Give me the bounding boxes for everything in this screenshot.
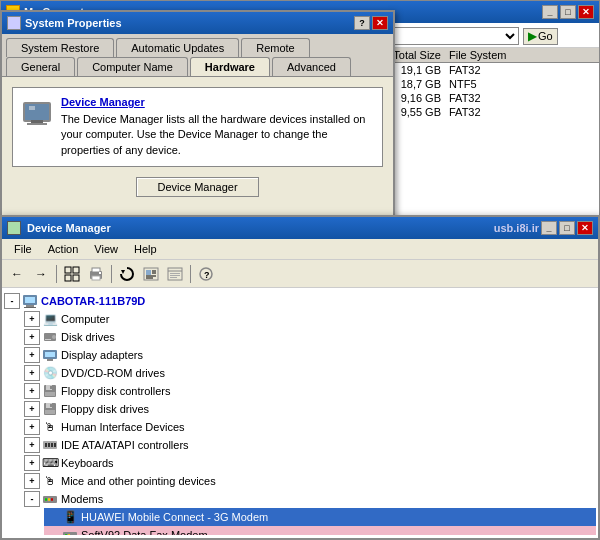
svg-rect-36 [47, 359, 53, 361]
dm-titlebar: Device Manager usb.i8i.ir _ □ ✕ [2, 217, 598, 239]
dialog-titlebar: System Properties ? ✕ [2, 12, 393, 34]
system-properties-dialog: System Properties ? ✕ System Restore Aut… [0, 10, 395, 220]
dm-close-button[interactable]: ✕ [577, 221, 593, 235]
svg-rect-11 [92, 276, 100, 280]
tree-item-dvd-cdrom[interactable]: + 💿 DVD/CD-ROM drives [24, 364, 596, 382]
disk-drives-icon [42, 329, 58, 345]
dialog-close-button[interactable]: ✕ [372, 16, 388, 30]
menu-help[interactable]: Help [126, 241, 165, 257]
svg-rect-44 [45, 410, 55, 414]
expand-keyboards[interactable]: + [24, 455, 40, 471]
menu-file[interactable]: File [6, 241, 40, 257]
tabs-row-1: System Restore Automatic Updates Remote [2, 34, 393, 57]
close-button[interactable]: ✕ [578, 5, 594, 19]
address-dropdown[interactable] [389, 27, 519, 45]
device-tree[interactable]: - CABOTAR-111B79D + 💻 Computer + [2, 288, 598, 535]
tab-automatic-updates[interactable]: Automatic Updates [116, 38, 239, 57]
svg-rect-2 [29, 106, 35, 110]
device-manager-desc: The Device Manager lists all the hardwar… [61, 112, 374, 158]
dialog-titlebar-icon [7, 16, 21, 30]
computer-icon: 💻 [42, 311, 58, 327]
svg-rect-23 [170, 275, 180, 276]
forward-button[interactable]: → [30, 263, 52, 285]
tree-root[interactable]: - CABOTAR-111B79D [4, 292, 596, 310]
svg-rect-54 [54, 498, 56, 501]
expand-computer[interactable]: + [24, 311, 40, 327]
expand-ide-ata[interactable]: + [24, 437, 40, 453]
refresh-button[interactable] [116, 263, 138, 285]
item-label: Display adapters [61, 349, 143, 361]
svg-rect-46 [45, 443, 47, 447]
svg-rect-10 [92, 268, 100, 272]
tree-item-mice[interactable]: + 🖱 Mice and other pointing devices [24, 472, 596, 490]
tree-item-computer[interactable]: + 💻 Computer [24, 310, 596, 328]
svg-point-32 [52, 335, 56, 339]
minimize-button[interactable]: _ [542, 5, 558, 19]
tree-item-floppy-drives[interactable]: + Floppy disk drives [24, 400, 596, 418]
tab-general[interactable]: General [6, 57, 75, 76]
view-button[interactable] [61, 263, 83, 285]
menu-action[interactable]: Action [40, 241, 87, 257]
file-row[interactable]: 9,55 GB FAT32 [385, 105, 599, 119]
menu-view[interactable]: View [86, 241, 126, 257]
expand-root[interactable]: - [4, 293, 20, 309]
expand-human-interface[interactable]: + [24, 419, 40, 435]
tree-item-floppy-controllers[interactable]: + Floppy disk controllers [24, 382, 596, 400]
tree-item-huawei-modem[interactable]: 📱 HUAWEI Mobile Connect - 3G Modem [44, 508, 596, 526]
dm-titlebar-right: usb.i8i.ir _ □ ✕ [494, 221, 593, 235]
fs-val: FAT32 [449, 106, 595, 118]
dm-url-label: usb.i8i.ir [494, 222, 539, 234]
back-button[interactable]: ← [6, 263, 28, 285]
dm-toolbar: ← → [2, 260, 598, 288]
expand-floppy-drives[interactable]: + [24, 401, 40, 417]
tree-item-ide-ata[interactable]: + IDE ATA/ATAPI controllers [24, 436, 596, 454]
device-manager-title[interactable]: Device Manager [61, 96, 374, 108]
tree-item-human-interface[interactable]: + 🖱 Human Interface Devices [24, 418, 596, 436]
dm-minimize-button[interactable]: _ [541, 221, 557, 235]
tab-remote[interactable]: Remote [241, 38, 310, 57]
dm-menubar: File Action View Help [2, 239, 598, 260]
svg-rect-47 [48, 443, 50, 447]
tree-item-modems[interactable]: - Modems [24, 490, 596, 508]
help-button[interactable]: ? [354, 16, 370, 30]
floppy-ctrl-icon [42, 383, 58, 399]
dialog-title: System Properties [25, 17, 122, 29]
expand-modems[interactable]: - [24, 491, 40, 507]
expand-disk-drives[interactable]: + [24, 329, 40, 345]
expand-floppy-controllers[interactable]: + [24, 383, 40, 399]
tab-computer-name[interactable]: Computer Name [77, 57, 188, 76]
expand-mice[interactable]: + [24, 473, 40, 489]
print-button[interactable] [85, 263, 107, 285]
hid-icon: 🖱 [42, 419, 58, 435]
svg-rect-48 [51, 443, 53, 447]
tree-item-display-adapters[interactable]: + Display adapters [24, 346, 596, 364]
tree-item-softv92-modem[interactable]: SoftV92 Data Fax Modem [44, 526, 596, 535]
ide-icon [42, 437, 58, 453]
properties-button-2[interactable] [164, 263, 186, 285]
device-manager-button[interactable]: Device Manager [136, 177, 258, 197]
tree-item-keyboards[interactable]: + ⌨ Keyboards [24, 454, 596, 472]
file-row[interactable]: 18,7 GB NTF5 [385, 77, 599, 91]
device-manager-icon [21, 96, 53, 128]
go-button[interactable]: ▶ Go [523, 28, 558, 45]
tab-advanced[interactable]: Advanced [272, 57, 351, 76]
file-row[interactable]: 19,1 GB FAT32 [385, 63, 599, 77]
expand-dvd-cdrom[interactable]: + [24, 365, 40, 381]
file-list-area: ▶ Go Total Size File System 19,1 GB FAT3… [384, 23, 599, 221]
maximize-button[interactable]: □ [560, 5, 576, 19]
help-icon-button[interactable]: ? [195, 263, 217, 285]
dm-maximize-button[interactable]: □ [559, 221, 575, 235]
tab-system-restore[interactable]: System Restore [6, 38, 114, 57]
dialog-titlebar-buttons: ? ✕ [354, 16, 388, 30]
svg-rect-43 [50, 404, 52, 407]
tree-item-disk-drives[interactable]: + Disk drives [24, 328, 596, 346]
size-val: 9,16 GB [389, 92, 449, 104]
tab-hardware[interactable]: Hardware [190, 57, 270, 76]
file-row[interactable]: 9,16 GB FAT32 [385, 91, 599, 105]
svg-text:?: ? [204, 270, 210, 280]
svg-rect-24 [170, 277, 177, 278]
fs-val: FAT32 [449, 92, 595, 104]
svg-rect-15 [146, 270, 151, 275]
expand-display-adapters[interactable]: + [24, 347, 40, 363]
properties-button-1[interactable] [140, 263, 162, 285]
